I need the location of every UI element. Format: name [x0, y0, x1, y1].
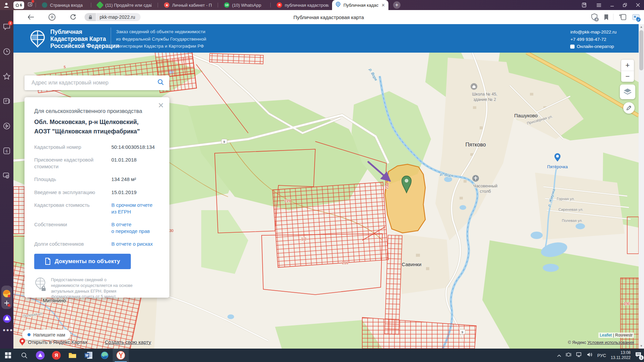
tab-whatsapp[interactable]: 10 (10) WhatsApp — [221, 0, 268, 10]
start-button[interactable] — [0, 349, 16, 362]
leaflet-link[interactable]: Leaflet — [600, 333, 612, 338]
owners-link[interactable]: В отчете о переходе прав — [111, 221, 160, 234]
bookmarks-star-icon[interactable] — [3, 72, 11, 80]
terms-of-use-link[interactable]: Условия использования — [587, 340, 634, 345]
word-icon[interactable]: W — [80, 349, 97, 362]
url-text: pkk-map-2022.ru — [100, 14, 135, 20]
zoom-in-button[interactable]: + — [621, 60, 634, 71]
school-icon[interactable] — [471, 83, 477, 90]
chapel-icon[interactable] — [472, 175, 479, 182]
yandex-mail-icon[interactable] — [3, 290, 11, 298]
commissioning-date: 15.01.2019 — [111, 189, 160, 196]
tab-pkk-active[interactable]: Публичная кадастрова ✕ — [332, 0, 388, 10]
site-title: Публичная Кадастровая Карта Российской Ф… — [50, 28, 119, 50]
side-panels-icon[interactable] — [582, 3, 588, 8]
svg-text:Горная ул.: Горная ул. — [557, 197, 575, 201]
tabs-count-button[interactable]: 6 — [3, 147, 11, 155]
video-play-icon[interactable] — [3, 122, 11, 130]
close-button[interactable] — [636, 3, 640, 7]
screenshot-camera-icon[interactable] — [3, 172, 11, 180]
alice-icon[interactable] — [3, 314, 11, 322]
selected-parcel[interactable] — [385, 164, 425, 233]
documents-button[interactable]: Документы по объекту — [34, 254, 131, 269]
owner-debts-link[interactable]: В отчете о рисках — [111, 241, 160, 247]
taskbar-search-button[interactable] — [16, 349, 32, 362]
yandex-maps-attribution: Открыть в Яндекс.Картах Создать свою кар… — [19, 338, 151, 346]
svg-text:190: 190 — [624, 302, 630, 306]
site-header: Публичная Кадастровая Карта Российской Ф… — [13, 24, 639, 53]
add-pinned-icon[interactable] — [3, 299, 11, 307]
chat-icon[interactable]: 2 — [3, 23, 11, 31]
tray-clock[interactable]: 13:08 13.11.2022 — [611, 350, 631, 360]
contact-email[interactable]: info@pkk-map-2022.ru — [570, 28, 616, 36]
svg-text:30: 30 — [169, 229, 173, 233]
restore-button[interactable] — [623, 3, 627, 7]
ssl-lock-icon[interactable] — [85, 13, 96, 21]
meet-now-icon[interactable] — [566, 352, 572, 358]
svg-text:столб: столб — [480, 189, 491, 194]
info-row: Введение в эксплуатацию 15.01.2019 — [34, 189, 160, 196]
cadastral-value-link[interactable]: В срочном отчете из ЕГРН — [111, 202, 160, 215]
notification-center-icon[interactable]: 1 — [635, 352, 641, 359]
record-favicon — [164, 2, 169, 8]
tab-login-page[interactable]: Страница входа — [39, 0, 88, 10]
pencil-icon — [626, 105, 632, 111]
feed-icon[interactable] — [3, 97, 11, 105]
zoom-out-button[interactable]: − — [621, 71, 634, 82]
yandex-app-icon[interactable]: Я — [48, 349, 64, 362]
scroll-down-arrow[interactable]: ▼ — [639, 343, 644, 349]
volume-icon[interactable] — [587, 352, 593, 358]
history-clock-icon[interactable] — [3, 48, 11, 56]
collections-icon[interactable] — [619, 10, 627, 24]
create-own-map-link[interactable]: Создать свою карту — [105, 339, 151, 345]
tab-groups-button[interactable]: 6 — [13, 1, 24, 9]
protect-shield-icon[interactable]: 4 — [591, 10, 598, 24]
measure-pencil-button[interactable] — [623, 102, 635, 114]
screenshot-icon[interactable]: ✓ — [632, 10, 640, 24]
address-bar[interactable]: pkk-map-2022.ru — [96, 13, 141, 21]
rosreestr-label: Rosreestr — [615, 333, 633, 338]
new-window-button[interactable] — [28, 2, 33, 8]
reload-button[interactable] — [70, 10, 76, 24]
back-button[interactable] — [28, 10, 34, 24]
search-input[interactable] — [24, 80, 157, 86]
search-icon[interactable] — [157, 79, 164, 87]
page-scrollbar[interactable]: ▲ ▼ — [639, 24, 644, 349]
online-operator-link[interactable]: Онлайн-оператор — [570, 43, 616, 50]
layers-button[interactable] — [620, 84, 635, 99]
new-tab-button[interactable]: + — [393, 1, 400, 9]
scroll-up-arrow[interactable]: ▲ — [639, 24, 644, 29]
tab-personal-account[interactable]: Личный кабинет - Платны — [161, 0, 215, 10]
bookmark-icon[interactable] — [604, 10, 609, 24]
cadastral-map[interactable]: 9 9 Пятково Пашуково Савинки Митянино Шк… — [13, 53, 639, 349]
browser-tab-bar: 6 Страница входа (11) Продайте или сдайт… — [0, 0, 644, 10]
scrollbar-thumb[interactable] — [639, 30, 643, 70]
tab-close-icon[interactable]: ✕ — [381, 3, 385, 8]
windows-taskbar: Я W РУС 13:08 13.11.2022 — [0, 349, 644, 362]
info-row: Площадь 134 248 м² — [34, 176, 160, 183]
contact-phone[interactable]: +7 499 938-47-72 — [570, 36, 616, 43]
tray-expand-chevron[interactable] — [557, 352, 561, 358]
minimize-button[interactable] — [610, 3, 614, 7]
tab-domclick[interactable]: (11) Продайте или сдайте — [94, 0, 155, 10]
more-dots-icon[interactable]: ●●● — [3, 327, 11, 335]
language-indicator[interactable]: РУС — [597, 353, 606, 358]
tab-yandex-search[interactable]: Я публичная кадастровая к — [273, 0, 332, 10]
yandex-button[interactable]: Я — [48, 10, 56, 24]
egrn-lock-icon — [34, 277, 46, 293]
open-in-yandex-maps-link[interactable]: Открыть в Яндекс.Картах — [28, 339, 87, 345]
edge-icon[interactable] — [97, 349, 113, 362]
yandex-browser-taskbar-icon[interactable] — [113, 349, 129, 362]
document-icon — [45, 258, 51, 265]
svg-text:9: 9 — [462, 330, 463, 334]
info-row: Кадастровая стоимость В срочном отчете и… — [34, 202, 160, 215]
profile-avatar-icon[interactable] — [3, 2, 9, 8]
desktop: 6 Страница входа (11) Продайте или сдайт… — [0, 0, 644, 362]
network-icon[interactable] — [576, 352, 582, 358]
menu-icon[interactable] — [596, 3, 601, 7]
close-icon[interactable]: ✕ — [158, 102, 164, 109]
alice-taskbar-icon[interactable] — [32, 349, 48, 362]
file-explorer-icon[interactable] — [64, 349, 80, 362]
svg-text:1/2: 1/2 — [301, 237, 306, 241]
site-favicon — [42, 2, 47, 8]
